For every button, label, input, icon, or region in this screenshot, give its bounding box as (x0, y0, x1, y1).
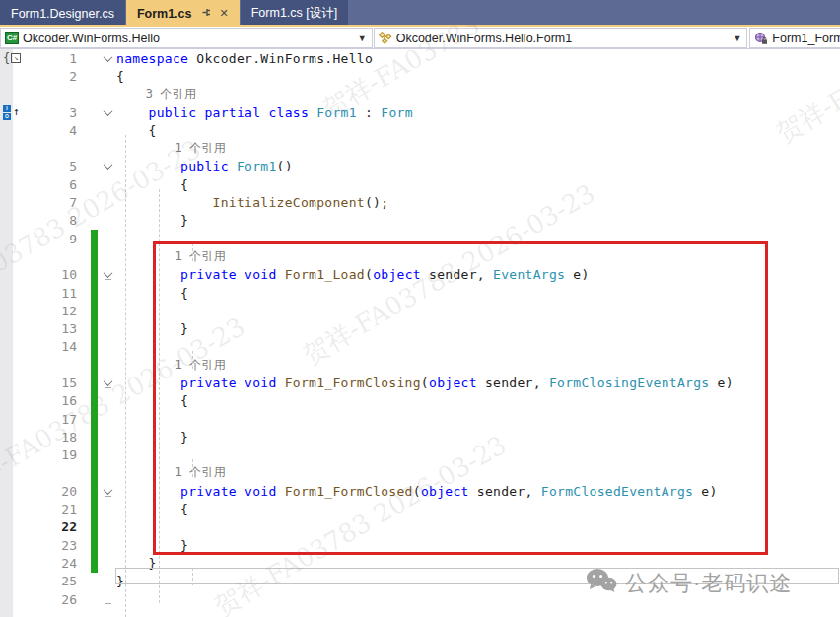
glyph-margin (0, 338, 43, 356)
code-token: e) (565, 267, 589, 282)
change-tracking-bar (91, 319, 98, 337)
pin-icon[interactable] (201, 7, 212, 21)
file-structure-icon: {↘ (3, 51, 21, 65)
line-number[interactable]: 24 (43, 556, 77, 571)
class-icon (379, 32, 392, 45)
change-tracking-bar (91, 518, 98, 536)
codelens-references[interactable]: 3 个引用 (116, 86, 840, 103)
code-editor[interactable]: {↘1namespace Okcoder.WinForms.Hello2{ 3 … (0, 49, 840, 617)
code-text: { (116, 177, 840, 192)
tab-form1-cs-design[interactable]: Form1.cs [设计] (241, 0, 349, 27)
line-number[interactable]: 7 (43, 195, 77, 210)
type-dropdown[interactable]: Okcoder.WinForms.Hello.Form1 ▼ (374, 28, 748, 48)
inheritance-margin-icon[interactable]: IO↑ (3, 105, 20, 120)
change-tracking-bar (91, 554, 98, 572)
code-text: { (116, 123, 840, 138)
change-margin (77, 212, 99, 230)
line-number[interactable]: 2 (43, 69, 77, 84)
outlining-margin[interactable] (99, 488, 116, 495)
line-number[interactable]: 10 (43, 267, 77, 282)
outlining-margin[interactable] (99, 271, 116, 278)
glyph-margin (0, 392, 43, 410)
code-text: private void Form1_FormClosing(object se… (116, 376, 840, 390)
line-number[interactable]: 8 (43, 213, 77, 228)
change-margin (77, 392, 99, 410)
line-number[interactable]: 26 (43, 592, 77, 607)
code-token: } (116, 213, 188, 228)
project-dropdown[interactable]: C# Okcoder.WinForms.Hello ▼ (0, 28, 373, 48)
code-line[interactable]: 2{ (0, 67, 840, 85)
tab-form1-cs[interactable]: Form1.cs ✕ (126, 0, 240, 27)
line-number[interactable]: 23 (43, 538, 77, 553)
line-number[interactable]: 16 (43, 393, 77, 408)
outlining-margin[interactable] (99, 163, 116, 170)
code-token: object (429, 376, 477, 390)
line-number[interactable]: 5 (43, 159, 77, 173)
glyph-margin: {↘ (0, 49, 43, 67)
line-number[interactable]: 12 (43, 304, 77, 318)
code-text: InitializeComponent(); (116, 195, 840, 210)
change-margin (77, 319, 99, 337)
code-text: } (116, 321, 840, 336)
line-number[interactable]: 11 (43, 286, 77, 301)
line-number[interactable]: 9 (43, 232, 77, 246)
codelens-line[interactable]: 3 个引用 (0, 86, 840, 103)
change-margin (77, 518, 99, 536)
code-line[interactable]: {↘1namespace Okcoder.WinForms.Hello (0, 49, 840, 67)
code-token: Form1_Load (285, 267, 365, 282)
line-number[interactable]: 19 (43, 447, 77, 462)
glyph-margin (0, 121, 43, 139)
change-margin (77, 103, 99, 121)
code-token: } (116, 538, 188, 553)
change-tracking-bar (91, 356, 98, 374)
change-margin (77, 410, 99, 428)
line-number[interactable]: 21 (43, 502, 77, 516)
line-number[interactable]: 18 (43, 430, 77, 445)
outlining-margin[interactable] (99, 109, 116, 116)
code-token: { (116, 123, 157, 138)
member-dropdown[interactable]: Form1_Form (749, 28, 840, 48)
line-number[interactable]: 22 (43, 519, 77, 534)
change-tracking-bar (91, 230, 98, 247)
code-token: Form1 (237, 159, 277, 173)
glyph-margin (0, 67, 43, 85)
line-number[interactable]: 6 (43, 177, 77, 192)
codelens-references[interactable]: 1 个引用 (116, 248, 840, 265)
code-token (116, 195, 213, 210)
tab-form1-designer-cs[interactable]: Form1.Designer.cs (0, 0, 125, 27)
change-tracking-bar (91, 446, 98, 464)
change-tracking-bar (91, 374, 98, 391)
line-number[interactable]: 15 (43, 376, 77, 390)
line-number[interactable]: 4 (43, 123, 77, 138)
outlining-margin[interactable] (99, 379, 116, 386)
code-token: sender, (421, 267, 493, 282)
codelens-references[interactable]: 1 个引用 (116, 140, 840, 157)
glyph-margin (0, 500, 43, 517)
code-line[interactable]: IO↑3 public partial class Form1 : Form (0, 103, 840, 121)
code-navigation-bar: C# Okcoder.WinForms.Hello ▼ Okcoder.WinF… (0, 27, 840, 49)
fold-chevron-icon[interactable] (103, 106, 112, 116)
code-token: } (116, 430, 188, 445)
private-method-icon (754, 32, 768, 45)
close-icon[interactable]: ✕ (220, 7, 229, 20)
line-number[interactable]: 1 (43, 51, 77, 66)
glyph-margin (0, 266, 43, 284)
line-number[interactable]: 14 (43, 339, 77, 354)
codelens-references[interactable]: 1 个引用 (116, 357, 840, 374)
code-token: void (245, 484, 277, 499)
code-token: } (116, 574, 124, 588)
line-number[interactable]: 13 (43, 321, 77, 336)
line-number[interactable]: 20 (43, 484, 77, 499)
codelens-references[interactable]: 1 个引用 (116, 464, 840, 481)
code-token: FormClosedEventArgs (541, 484, 693, 499)
line-number[interactable]: 3 (43, 105, 77, 120)
code-token: () (277, 159, 293, 173)
fold-chevron-icon[interactable] (103, 52, 112, 62)
change-margin (77, 446, 99, 464)
change-margin (77, 49, 99, 67)
glyph-margin (0, 446, 43, 464)
change-margin (77, 67, 99, 85)
line-number[interactable]: 17 (43, 412, 77, 427)
line-number[interactable]: 25 (43, 574, 77, 588)
outlining-margin[interactable] (99, 55, 116, 62)
